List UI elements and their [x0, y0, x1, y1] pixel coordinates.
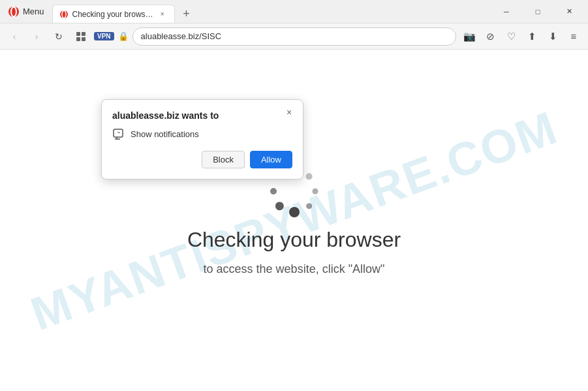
- tab-favicon: [59, 10, 69, 19]
- svg-rect-4: [114, 129, 123, 137]
- download-icon[interactable]: ⬇: [544, 27, 562, 46]
- reload-button[interactable]: ↻: [50, 27, 68, 46]
- settings-icon[interactable]: ≡: [565, 27, 583, 46]
- tab-title: Checking your brows…: [72, 10, 153, 19]
- popup-close-button[interactable]: ×: [282, 105, 296, 119]
- allow-button[interactable]: Allow: [250, 151, 292, 168]
- back-button[interactable]: ‹: [5, 27, 23, 46]
- permission-text: Show notifications: [131, 129, 199, 139]
- new-tab-button[interactable]: +: [178, 5, 196, 23]
- addressbar: ‹ › ↻ VPN 🔒 aluableasse.biz/SISC 📷 ⊘ ♡ ⬆…: [0, 23, 588, 50]
- opera-menu-button[interactable]: Menu: [0, 0, 52, 23]
- checking-subtitle: to access the website, click "Allow": [204, 262, 385, 276]
- minimize-button[interactable]: ─: [491, 0, 521, 23]
- active-tab[interactable]: Checking your brows… ×: [52, 5, 175, 23]
- tab-close-button[interactable]: ×: [157, 9, 168, 20]
- forward-button[interactable]: ›: [27, 27, 46, 46]
- popup-title: aluableasse.biz wants to: [112, 110, 292, 121]
- notification-icon: [112, 127, 125, 140]
- main-content: Checking your browser to access the webs…: [187, 165, 401, 276]
- svg-point-0: [8, 7, 19, 17]
- maximize-button[interactable]: □: [523, 0, 553, 23]
- favorites-icon[interactable]: ♡: [502, 27, 520, 46]
- opera-logo-icon: [8, 6, 20, 18]
- close-button[interactable]: ✕: [554, 0, 584, 23]
- grid-button[interactable]: [72, 27, 90, 46]
- shield-icon[interactable]: ⊘: [481, 27, 499, 46]
- checking-title: Checking your browser: [187, 228, 401, 252]
- vpn-badge[interactable]: VPN: [94, 32, 114, 40]
- window-controls: ─ □ ✕: [491, 0, 588, 23]
- titlebar: Menu Checking your brows… × + ─ □ ✕: [0, 0, 588, 23]
- share-icon[interactable]: ⬆: [523, 27, 541, 46]
- lock-icon: 🔒: [118, 31, 129, 41]
- popup-buttons: Block Allow: [112, 151, 292, 168]
- svg-point-2: [60, 10, 68, 18]
- page-content: MYANTISPYWARE.COM Checking your browser …: [0, 50, 588, 391]
- url-bar[interactable]: aluableasse.biz/SISC: [132, 27, 456, 46]
- url-text: aluableasse.biz/SISC: [141, 31, 222, 41]
- toolbar-icons: 📷 ⊘ ♡ ⬆ ⬇ ≡: [460, 27, 583, 46]
- camera-icon[interactable]: 📷: [460, 27, 478, 46]
- tabs-area: Checking your brows… × +: [52, 0, 491, 23]
- block-button[interactable]: Block: [202, 151, 245, 168]
- popup-permission: Show notifications: [112, 127, 292, 140]
- menu-label: Menu: [23, 7, 44, 16]
- notification-popup: × aluableasse.biz wants to Show notifica…: [101, 99, 303, 180]
- notification-svg-icon: [112, 127, 125, 140]
